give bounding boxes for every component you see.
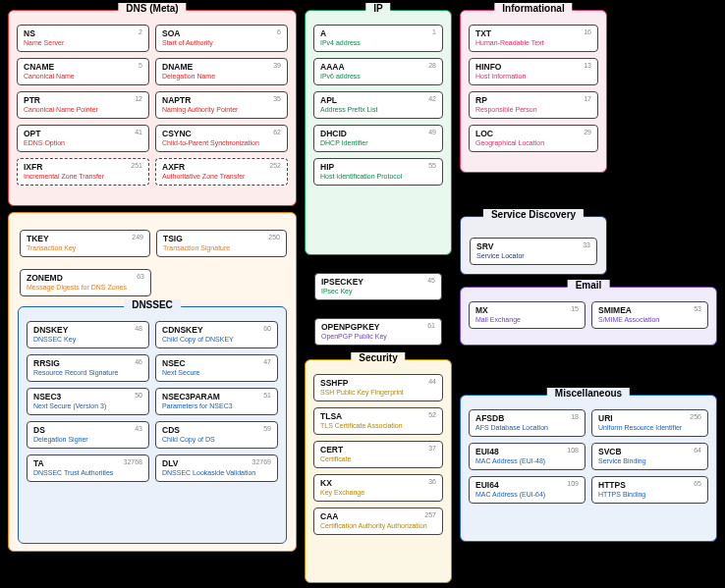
card-desc: OpenPGP Public Key (321, 333, 435, 341)
card-num: 43 (135, 425, 142, 432)
card-num: 6 (277, 28, 281, 35)
card-desc: Child-to-Parent Synchronization (162, 139, 281, 147)
panel-security: Security SSHFP44SSH Public Key Fingerpri… (305, 359, 452, 583)
panel-title: Service Discovery (483, 209, 584, 220)
card-name: TKEY (27, 234, 143, 243)
record-card: APL42Address Prefix List (313, 91, 443, 119)
card-num: 2 (139, 28, 142, 35)
card-grid: DNSKEY48DNSSEC KeyCDNSKEY60Child Copy of… (27, 321, 278, 482)
panel-title: Email (568, 280, 610, 291)
card-desc: Uniform Resource Identifier (598, 424, 701, 432)
record-card: HINFO13Host Information (469, 58, 598, 85)
card-num: 46 (135, 358, 142, 365)
card-desc: S/MIME Association (598, 316, 701, 324)
card-num: 48 (135, 325, 142, 332)
card-name: RP (475, 95, 591, 105)
panel-title: DNSSEC (124, 299, 181, 310)
card-desc: Responsible Person (475, 106, 591, 114)
card-num: 15 (571, 305, 579, 312)
record-card: NSEC350Next Secure (Version 3) (27, 388, 149, 415)
record-card: URI256Uniform Resource Identifier (591, 409, 708, 437)
card-num: 39 (273, 62, 281, 69)
card-desc: Key Exchange (320, 489, 436, 497)
record-card: CAA257Certification Authority Authorizat… (313, 508, 443, 535)
card-desc: Resource Record Signature (33, 369, 142, 377)
card-desc: Parameters for NSEC3 (162, 402, 271, 410)
card-num: 53 (694, 305, 701, 312)
card-name: CSYNC (162, 129, 281, 138)
card-name: TLSA (320, 411, 436, 421)
record-card: PTR12Canonical Name Pointer (17, 91, 149, 119)
card-desc: Certificate (320, 455, 436, 463)
card-name: SMIMEA (598, 305, 701, 315)
card-name: DNSKEY (33, 325, 142, 335)
card-desc: Canonical Name (24, 73, 142, 80)
card-grid: SSHFP44SSH Public Key FingerprintTLSA52T… (313, 374, 443, 535)
card-name: HIP (320, 162, 436, 172)
record-card: NAPTR35Naming Authority Pointer (155, 91, 288, 119)
card-srv: SRV 33 Service Locator (470, 238, 597, 265)
card-name: SSHFP (320, 378, 436, 388)
card-name: A (320, 28, 436, 38)
card-name: URI (598, 413, 701, 423)
card-desc: Name Server (24, 39, 142, 47)
record-card: CNAME5Canonical Name (17, 58, 149, 85)
record-card: AFSDB18AFS Database Location (469, 409, 586, 437)
card-name: PTR (24, 95, 142, 105)
card-desc: Certification Authority Authorization (320, 522, 436, 530)
record-card: DS43Delegation Signer (27, 421, 149, 449)
card-desc: MAC Address (EUI-64) (475, 491, 579, 499)
card-num: 17 (584, 95, 591, 102)
record-card: DLV32769DNSSEC Lookaside Validation (155, 454, 278, 482)
panel-ip: IP A1IPv4 addressAAAA28IPv6 addressAPL42… (305, 10, 452, 255)
card-desc: Address Prefix List (320, 106, 436, 114)
card-desc: Service Binding (598, 457, 701, 465)
card-name: MX (475, 305, 579, 315)
card-name: IPSECKEY (321, 277, 435, 287)
panel-title: Miscellaneous (547, 388, 630, 399)
card-num: 28 (428, 62, 436, 69)
record-card: HTTPS65HTTPS Binding (591, 476, 708, 504)
srv-row: SRV 33 Service Locator (470, 238, 597, 265)
card-num: 1 (432, 28, 436, 35)
card-num: 32768 (124, 458, 142, 465)
card-name: HINFO (475, 62, 591, 72)
record-card: EUI64109MAC Address (EUI-64) (469, 476, 586, 504)
card-desc: Start of Authority (162, 39, 281, 47)
card-num: 41 (135, 129, 142, 135)
record-card: DNAME39Delegation Name (155, 58, 288, 85)
card-desc: IPv4 address (320, 39, 436, 47)
record-card: AAAA28IPv6 address (313, 58, 443, 85)
card-name: RRSIG (33, 358, 142, 368)
card-name: CDS (162, 425, 271, 435)
card-desc: Mail Exchange (475, 316, 579, 324)
panel-title: Security (351, 352, 405, 363)
card-desc: Child Copy of DS (162, 436, 271, 444)
card-desc: Incremental Zone Transfer (24, 173, 142, 181)
card-openpgpkey: OPENPGPKEY 61 OpenPGP Public Key (314, 318, 442, 346)
card-num: 252 (269, 162, 281, 169)
card-num: 12 (135, 95, 142, 102)
card-desc: Authoritative Zone Transfer (162, 173, 281, 181)
card-desc: MAC Address (EUI-48) (475, 457, 579, 465)
card-name: OPENPGPKEY (321, 322, 435, 332)
card-num: 45 (427, 277, 435, 284)
card-num: 42 (428, 95, 436, 102)
card-desc: SSH Public Key Fingerprint (320, 389, 436, 397)
panel-title: DNS (Meta) (118, 3, 186, 14)
card-num: 5 (139, 62, 142, 69)
card-grid: TXT16Human-Readable TextHINFO13Host Info… (469, 25, 598, 152)
card-desc: Delegation Name (162, 73, 281, 80)
card-name: SVCB (598, 447, 701, 456)
card-desc: Human-Readable Text (475, 39, 591, 47)
card-name: KX (320, 478, 436, 488)
card-name: EUI64 (475, 480, 579, 490)
record-card: TKEY249Transaction Key (20, 230, 150, 257)
card-num: 36 (428, 478, 436, 485)
record-card: NSEC3PARAM51Parameters for NSEC3 (155, 388, 278, 415)
card-num: 61 (427, 322, 435, 329)
card-desc: Message Digests for DNS Zones (27, 284, 144, 292)
card-name: LOC (475, 129, 591, 138)
card-desc: Host Identification Protocol (320, 173, 436, 181)
pgp-row: OPENPGPKEY 61 OpenPGP Public Key (314, 318, 442, 346)
